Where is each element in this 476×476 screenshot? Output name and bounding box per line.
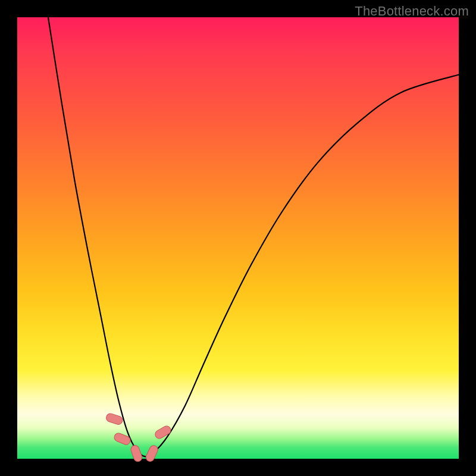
bottleneck-curve bbox=[48, 17, 459, 456]
trough-marker bbox=[130, 444, 143, 463]
trough-marker bbox=[145, 444, 159, 462]
plot-area bbox=[17, 17, 459, 459]
chart-frame: TheBottleneck.com bbox=[0, 0, 476, 476]
trough-marker bbox=[105, 412, 124, 425]
trough-markers bbox=[105, 412, 173, 463]
curve-svg bbox=[17, 17, 459, 459]
trough-marker bbox=[154, 424, 172, 440]
